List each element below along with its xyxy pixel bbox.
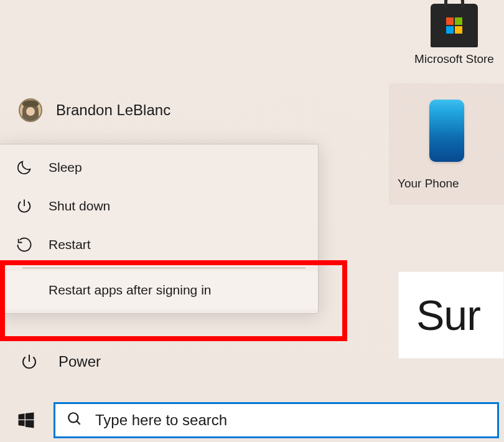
tile-microsoft-store[interactable]: Microsoft Store: [398, 0, 504, 66]
microsoft-store-icon: [431, 4, 478, 47]
avatar: [19, 98, 42, 122]
tile-your-phone[interactable]: Your Phone: [389, 83, 504, 205]
moon-icon: [15, 158, 34, 177]
menu-divider: [22, 268, 306, 268]
restart-icon: [15, 235, 34, 254]
menu-item-restart-apps[interactable]: Restart apps after signing in: [0, 271, 318, 309]
start-button[interactable]: [11, 405, 41, 435]
menu-item-restart[interactable]: Restart: [0, 225, 318, 264]
menu-item-shutdown[interactable]: Shut down: [0, 187, 318, 225]
user-name: Brandon LeBlanc: [56, 101, 170, 119]
power-menu-popup: Sleep Shut down Restart Restart apps aft…: [0, 144, 319, 314]
tile-label: Sur: [416, 291, 480, 339]
tile-surface[interactable]: Sur: [398, 271, 504, 359]
user-account-row[interactable]: Brandon LeBlanc: [0, 93, 373, 127]
power-button-row[interactable]: Power: [0, 347, 121, 376]
tile-label: Your Phone: [389, 177, 459, 190]
menu-item-label: Sleep: [49, 160, 82, 175]
phone-icon: [429, 100, 464, 162]
svg-point-0: [68, 413, 78, 422]
search-placeholder: Type here to search: [95, 411, 227, 429]
power-label: Power: [58, 353, 101, 370]
menu-item-label: Restart apps after signing in: [49, 283, 211, 298]
taskbar: Type here to search: [0, 398, 504, 442]
tile-label: Microsoft Store: [398, 52, 504, 66]
search-icon: [67, 411, 83, 430]
menu-item-label: Restart: [49, 237, 91, 252]
svg-line-1: [77, 421, 80, 424]
power-icon: [20, 352, 39, 371]
windows-logo-icon: [17, 411, 35, 430]
power-icon: [15, 197, 34, 215]
taskbar-search-box[interactable]: Type here to search: [54, 402, 499, 438]
spacer-icon: [15, 281, 34, 299]
menu-item-label: Shut down: [49, 199, 110, 214]
start-left-panel: Brandon LeBlanc: [0, 93, 373, 127]
menu-item-sleep[interactable]: Sleep: [0, 148, 318, 187]
